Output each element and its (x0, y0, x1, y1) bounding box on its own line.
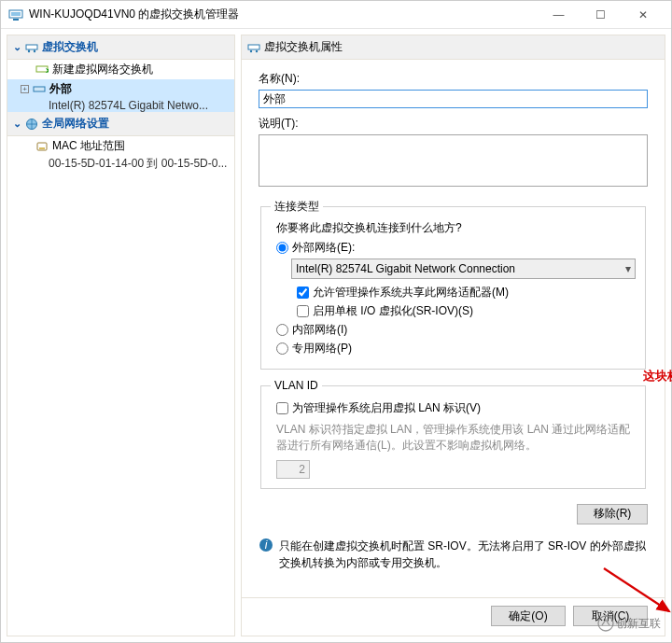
radio-external-input[interactable] (276, 242, 288, 254)
svg-rect-10 (34, 87, 45, 91)
svg-rect-3 (26, 45, 37, 49)
name-label: 名称(N): (259, 71, 648, 87)
tree-item-label: MAC 地址范围 (52, 138, 125, 154)
radio-private[interactable]: 专用网络(P) (276, 341, 636, 356)
checkbox-share-os[interactable]: 允许管理操作系统共享此网络适配器(M) (297, 285, 636, 301)
svg-rect-14 (248, 45, 259, 49)
svg-point-15 (250, 49, 252, 51)
svg-text:✶: ✶ (45, 64, 49, 77)
vswitch-category-icon (25, 41, 38, 54)
checkbox-vlan-input[interactable] (276, 402, 288, 414)
annotation-overlay: 这块桥接的是本服务器的网卡，默认 保持不变就可以 (643, 367, 672, 403)
tree-item-mac-range-value[interactable]: 00-15-5D-01-14-00 到 00-15-5D-0... (7, 156, 234, 172)
watermark-icon (597, 615, 614, 632)
tree-item-mac-range[interactable]: MAC 地址范围 (7, 136, 234, 156)
info-note: i 只能在创建虚拟交换机时配置 SR-IOV。无法将启用了 SR-IOV 的外部… (259, 538, 648, 571)
chevron-down-icon: ▾ (625, 262, 631, 275)
properties-panel: 虚拟交换机属性 名称(N): 说明(T): 连接类型 你要将此虚拟交换机连接到什… (241, 35, 665, 636)
content-area: ⌄ 虚拟交换机 ✶ 新建虚拟网络交换机 + 外部 Intel(R) 82574L… (1, 29, 671, 642)
collapse-icon: ⌄ (13, 41, 21, 53)
description-textarea[interactable] (259, 134, 648, 187)
tree-item-new-vswitch[interactable]: ✶ 新建虚拟网络交换机 (7, 60, 234, 79)
connection-type-legend: 连接类型 (271, 199, 323, 215)
tree-item-external-nic[interactable]: Intel(R) 82574L Gigabit Netwo... (7, 99, 234, 112)
dialog-footer: 确定(O) 取消(C) 创新互联 (242, 597, 665, 636)
svg-text:i: i (265, 538, 268, 552)
window-title: WIN-KUJOQD41VN0 的虚拟交换机管理器 (29, 7, 538, 22)
tree-item-external[interactable]: + 外部 (7, 79, 234, 99)
external-switch-icon (33, 83, 46, 96)
checkbox-sriov[interactable]: 启用单根 I/O 虚拟化(SR-IOV)(S) (297, 303, 636, 319)
watermark-logo: 创新互联 (597, 615, 661, 632)
description-label: 说明(T): (259, 116, 648, 132)
panel-header: 虚拟交换机属性 (242, 35, 665, 60)
app-icon (8, 7, 23, 22)
radio-private-input[interactable] (276, 342, 288, 355)
svg-point-20 (598, 616, 613, 631)
panel-body: 名称(N): 说明(T): 连接类型 你要将此虚拟交换机连接到什么地方? 外部网… (242, 60, 665, 597)
remove-button[interactable]: 移除(R) (577, 504, 648, 524)
checkbox-vlan[interactable]: 为管理操作系统启用虚拟 LAN 标识(V) (276, 400, 636, 416)
connection-type-group: 连接类型 你要将此虚拟交换机连接到什么地方? 外部网络(E): Intel(R)… (260, 199, 646, 370)
radio-internal[interactable]: 内部网络(I) (276, 322, 636, 338)
vlan-legend: VLAN ID (271, 379, 322, 392)
tree-category-global[interactable]: ⌄ 全局网络设置 (7, 112, 234, 136)
info-icon: i (259, 538, 273, 552)
tree-item-label: 新建虚拟网络交换机 (52, 62, 153, 77)
tree-item-label: 外部 (49, 81, 72, 97)
close-button[interactable]: ✕ (622, 1, 664, 28)
radio-internal-input[interactable] (276, 324, 288, 336)
connection-prompt: 你要将此虚拟交换机连接到什么地方? (276, 220, 636, 236)
name-input[interactable] (259, 90, 648, 108)
svg-rect-2 (13, 19, 19, 21)
collapse-icon: ⌄ (13, 118, 21, 130)
new-vswitch-icon: ✶ (35, 63, 49, 77)
vlan-group: VLAN ID 为管理操作系统启用虚拟 LAN 标识(V) VLAN 标识符指定… (260, 379, 646, 489)
vlan-description: VLAN 标识符指定虚拟 LAN，管理操作系统使用该 LAN 通过此网络适配器进… (276, 422, 636, 454)
mac-range-icon (35, 140, 49, 153)
expand-icon[interactable]: + (21, 85, 29, 93)
tree-category-vswitches[interactable]: ⌄ 虚拟交换机 (7, 35, 234, 60)
ok-button[interactable]: 确定(O) (491, 606, 566, 626)
radio-external[interactable]: 外部网络(E): (276, 240, 636, 256)
vswitch-properties-icon (247, 41, 260, 54)
svg-rect-1 (11, 12, 21, 16)
checkbox-share-os-input[interactable] (297, 287, 309, 299)
minimize-button[interactable]: — (538, 1, 580, 28)
svg-point-16 (256, 49, 258, 51)
hyper-v-vswitch-manager-window: WIN-KUJOQD41VN0 的虚拟交换机管理器 — ☐ ✕ ⌄ 虚拟交换机 … (0, 0, 672, 643)
global-category-icon (25, 118, 38, 131)
vlan-id-spinner: 2 (276, 460, 310, 479)
maximize-button[interactable]: ☐ (580, 1, 622, 28)
navigation-tree: ⌄ 虚拟交换机 ✶ 新建虚拟网络交换机 + 外部 Intel(R) 82574L… (7, 35, 235, 636)
checkbox-sriov-input[interactable] (297, 305, 309, 317)
nic-select[interactable]: Intel(R) 82574L Gigabit Network Connecti… (291, 259, 636, 279)
titlebar[interactable]: WIN-KUJOQD41VN0 的虚拟交换机管理器 — ☐ ✕ (1, 1, 671, 29)
svg-rect-13 (39, 147, 45, 149)
